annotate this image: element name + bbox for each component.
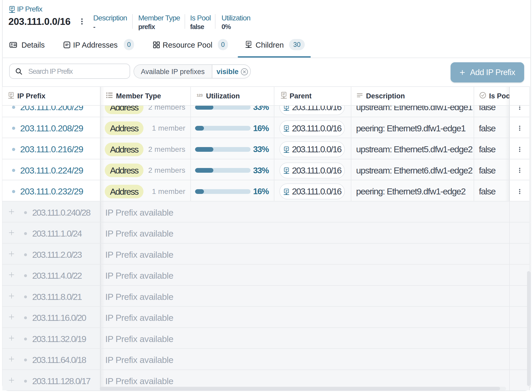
svg-text:IP: IP bbox=[247, 42, 250, 45]
svg-text:IP: IP bbox=[286, 168, 288, 171]
svg-text:123: 123 bbox=[197, 93, 203, 97]
svg-text:IP: IP bbox=[286, 189, 288, 192]
svg-text:IP: IP bbox=[286, 147, 288, 150]
svg-text:IP: IP bbox=[65, 43, 69, 47]
svg-text:IP: IP bbox=[11, 7, 13, 10]
svg-text:IP: IP bbox=[282, 93, 285, 96]
svg-text:IP: IP bbox=[286, 126, 288, 129]
svg-text:IP: IP bbox=[10, 93, 13, 96]
svg-text:IP: IP bbox=[286, 106, 288, 108]
